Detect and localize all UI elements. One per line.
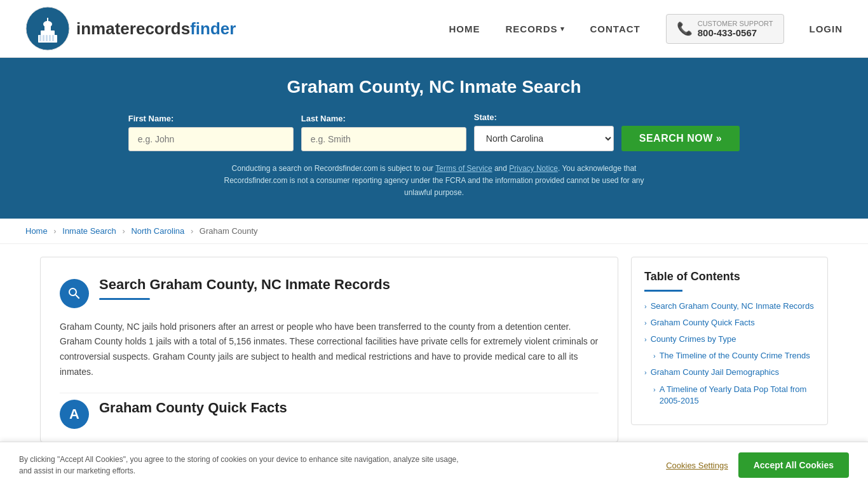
article-header: Search Graham County, NC Inmate Records xyxy=(60,276,599,308)
sidebar: Table of Contents › Search Graham County… xyxy=(631,257,828,425)
svg-rect-8 xyxy=(46,35,48,41)
privacy-link[interactable]: Privacy Notice xyxy=(509,164,558,173)
nav-records[interactable]: RECORDS ▾ xyxy=(505,24,564,34)
hero-title: Graham County, NC Inmate Search xyxy=(25,77,843,97)
search-form: First Name: Last Name: State: North Caro… xyxy=(25,112,843,151)
support-number: 800-433-0567 xyxy=(698,27,773,38)
breadcrumb: Home › Inmate Search › North Carolina › … xyxy=(0,219,868,244)
toc-item-3: › County Crimes by Type xyxy=(644,334,815,345)
toc-item-2: › Graham County Quick Facts xyxy=(644,317,815,329)
support-label: CUSTOMER SUPPORT xyxy=(698,20,773,27)
toc-item-1: › Search Graham County, NC Inmate Record… xyxy=(644,301,815,312)
logo[interactable]: inmaterecordsfinder xyxy=(25,6,236,51)
main-content: Search Graham County, NC Inmate Records … xyxy=(27,257,841,442)
search-hero: Graham County, NC Inmate Search First Na… xyxy=(0,58,868,219)
last-name-label: Last Name: xyxy=(301,114,346,123)
info-icon: A xyxy=(69,406,79,423)
toc-link-1[interactable]: › Search Graham County, NC Inmate Record… xyxy=(644,301,815,312)
site-header: inmaterecordsfinder HOME RECORDS ▾ CONTA… xyxy=(0,0,868,58)
last-name-group: Last Name: xyxy=(301,114,466,151)
breadcrumb-north-carolina[interactable]: North Carolina xyxy=(131,226,184,236)
toc-link-2[interactable]: › Graham County Quick Facts xyxy=(644,317,815,329)
chevron-icon-1: › xyxy=(644,302,647,311)
breadcrumb-home[interactable]: Home xyxy=(25,226,48,236)
main-nav: HOME RECORDS ▾ CONTACT 📞 CUSTOMER SUPPOR… xyxy=(449,14,843,44)
support-box[interactable]: 📞 CUSTOMER SUPPORT 800-433-0567 xyxy=(666,14,784,44)
article-title-block: Search Graham County, NC Inmate Records xyxy=(99,276,390,300)
chevron-icon-4: › xyxy=(653,351,656,361)
nav-home[interactable]: HOME xyxy=(449,24,480,34)
toc-item-6: › A Timeline of Yearly Data Pop Total fr… xyxy=(653,384,815,407)
quick-facts-icon: A xyxy=(60,400,89,429)
state-group: State: North Carolina xyxy=(474,112,614,151)
toc-link-5[interactable]: › Graham County Jail Demographics xyxy=(644,367,815,378)
quick-facts-section: A Graham County Quick Facts xyxy=(60,393,599,429)
terms-link[interactable]: Terms of Service xyxy=(435,164,492,173)
toc-divider xyxy=(644,290,682,292)
first-name-group: First Name: xyxy=(128,114,294,151)
nav-contact[interactable]: CONTACT xyxy=(590,24,641,34)
last-name-input[interactable] xyxy=(301,127,466,151)
toc-item-4: › The Timeline of the County Crime Trend… xyxy=(653,350,815,362)
svg-rect-10 xyxy=(52,35,54,41)
phone-icon: 📞 xyxy=(677,21,693,36)
cookie-text: By clicking "Accept All Cookies", you ag… xyxy=(19,454,464,455)
logo-text: inmaterecordsfinder xyxy=(76,19,236,39)
state-label: State: xyxy=(474,112,497,122)
toc-title: Table of Contents xyxy=(644,270,815,283)
cookie-banner: By clicking "Accept All Cookies", you ag… xyxy=(0,442,868,455)
breadcrumb-sep-1: › xyxy=(53,226,56,236)
search-section-icon xyxy=(60,279,89,308)
search-icon xyxy=(67,286,82,301)
chevron-down-icon: ▾ xyxy=(560,25,565,33)
svg-rect-7 xyxy=(43,35,44,41)
svg-rect-9 xyxy=(49,35,51,41)
search-disclaimer: Conducting a search on Recordsfinder.com… xyxy=(212,163,656,200)
breadcrumb-sep-3: › xyxy=(191,226,193,236)
toc-item-5: › Graham County Jail Demographics xyxy=(644,367,815,378)
section1-body: Graham County, NC jails hold prisoners a… xyxy=(60,320,599,380)
toc-link-4[interactable]: › The Timeline of the County Crime Trend… xyxy=(653,350,815,362)
chevron-icon-6: › xyxy=(653,385,656,395)
article: Search Graham County, NC Inmate Records … xyxy=(40,257,618,442)
svg-rect-6 xyxy=(39,35,41,41)
cookie-actions: Cookies Settings Accept All Cookies xyxy=(666,452,849,455)
login-button[interactable]: LOGIN xyxy=(810,24,843,34)
toc-list: › Search Graham County, NC Inmate Record… xyxy=(644,301,815,407)
toc-link-3[interactable]: › County Crimes by Type xyxy=(644,334,815,345)
chevron-icon-5: › xyxy=(644,368,647,377)
cookie-accept-button[interactable]: Accept All Cookies xyxy=(738,452,849,455)
state-select[interactable]: North Carolina xyxy=(474,126,614,151)
section1-title: Search Graham County, NC Inmate Records xyxy=(99,276,390,293)
breadcrumb-graham-county: Graham County xyxy=(200,226,258,236)
toc-link-6[interactable]: › A Timeline of Yearly Data Pop Total fr… xyxy=(653,384,815,407)
breadcrumb-inmate-search[interactable]: Inmate Search xyxy=(62,226,116,236)
first-name-label: First Name: xyxy=(128,114,174,123)
logo-icon xyxy=(25,6,70,51)
title-underline xyxy=(99,298,150,300)
chevron-icon-3: › xyxy=(644,335,647,344)
chevron-icon-2: › xyxy=(644,318,647,328)
svg-rect-5 xyxy=(47,18,48,24)
breadcrumb-sep-2: › xyxy=(122,226,125,236)
svg-rect-2 xyxy=(41,30,55,36)
search-button[interactable]: SEARCH NOW » xyxy=(621,126,740,151)
section2-title: Graham County Quick Facts xyxy=(99,400,287,416)
first-name-input[interactable] xyxy=(128,127,294,151)
